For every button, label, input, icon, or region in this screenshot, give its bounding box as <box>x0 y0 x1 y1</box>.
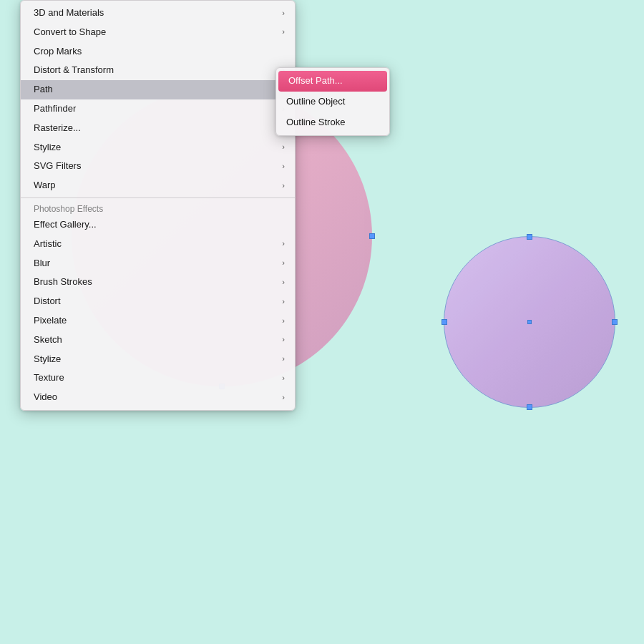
handle-left[interactable] <box>441 319 447 325</box>
menu-item-artistic[interactable]: Artistic › <box>21 235 295 254</box>
submenu-arrow-stylize1: › <box>282 141 285 154</box>
submenu-arrow-artistic: › <box>282 238 285 250</box>
submenu-arrow-sketch: › <box>282 333 285 346</box>
submenu-item-offset-path[interactable]: Offset Path... <box>278 71 387 92</box>
small-purple-circle[interactable] <box>444 236 615 408</box>
menu-item-3d-and-materials[interactable]: 3D and Materials › <box>21 4 295 23</box>
menu-item-brush-strokes[interactable]: Brush Strokes › <box>21 273 295 292</box>
center-handle[interactable] <box>527 320 532 324</box>
menu-item-distort[interactable]: Distort › <box>21 292 295 311</box>
menu-item-pathfinder[interactable]: Pathfinder › <box>21 99 295 119</box>
handle-bottom[interactable] <box>527 404 532 410</box>
menu-item-sketch[interactable]: Sketch › <box>21 331 295 350</box>
submenu-item-outline-stroke[interactable]: Outline Stroke <box>276 112 389 133</box>
submenu-arrow-blur: › <box>282 257 285 270</box>
menu-item-svg-filters[interactable]: SVG Filters › <box>21 157 295 176</box>
menu-item-stylize-2[interactable]: Stylize › <box>21 350 295 369</box>
menu-item-rasterize[interactable]: Rasterize... <box>21 119 295 138</box>
menu-item-path[interactable]: Path › <box>21 80 295 99</box>
menu-item-crop-marks[interactable]: Crop Marks <box>21 42 295 62</box>
menu-item-video[interactable]: Video › <box>21 388 295 407</box>
path-submenu: Offset Path... Outline Object Outline St… <box>275 67 390 136</box>
submenu-arrow-stylize2: › <box>282 353 285 366</box>
menu-item-effect-gallery[interactable]: Effect Gallery... <box>21 215 295 235</box>
submenu-arrow-pixelate: › <box>282 315 285 328</box>
submenu-arrow-texture: › <box>282 372 285 385</box>
menu-item-distort-transform[interactable]: Distort & Transform › <box>21 61 295 80</box>
menu-item-pixelate[interactable]: Pixelate › <box>21 311 295 331</box>
submenu-arrow-brush: › <box>282 276 285 289</box>
handle-right-center[interactable] <box>369 233 375 239</box>
handle-right[interactable] <box>612 319 618 325</box>
submenu-item-outline-object[interactable]: Outline Object <box>276 92 389 112</box>
menu-separator-1 <box>21 197 295 198</box>
submenu-arrow-convert: › <box>282 26 285 39</box>
submenu-arrow-video: › <box>282 391 285 404</box>
menu-item-texture[interactable]: Texture › <box>21 369 295 388</box>
handle-top[interactable] <box>527 234 532 240</box>
effects-menu: 3D and Materials › Convert to Shape › Cr… <box>20 0 296 411</box>
menu-item-stylize-1[interactable]: Stylize › <box>21 138 295 157</box>
submenu-arrow-3d: › <box>282 7 285 20</box>
photoshop-effects-label: Photoshop Effects <box>21 200 295 215</box>
submenu-arrow-warp: › <box>282 180 285 192</box>
submenu-arrow-svg: › <box>282 160 285 173</box>
menu-item-blur[interactable]: Blur › <box>21 254 295 273</box>
menu-item-convert-to-shape[interactable]: Convert to Shape › <box>21 23 295 42</box>
submenu-arrow-distort2: › <box>282 296 285 308</box>
menu-item-warp[interactable]: Warp › <box>21 176 295 195</box>
